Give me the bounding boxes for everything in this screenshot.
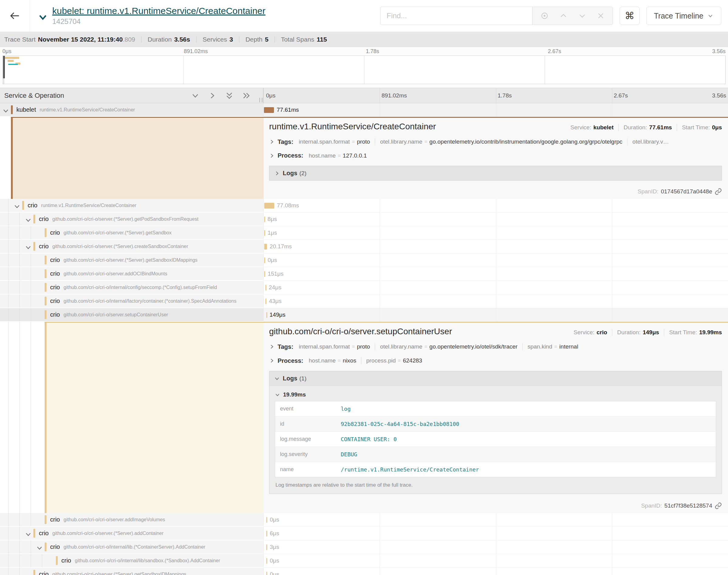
span-row[interactable]: crio github.com/cri-o/cri-o/server.(*Ser… — [0, 527, 728, 540]
span-name-cell[interactable]: crio github.com/cri-o/cri-o/server.(*Ser… — [0, 568, 264, 575]
span-timeline-cell[interactable]: 20.17ms — [264, 240, 728, 253]
process-accordion[interactable]: Process: host.name=nixosprocess.pid=6242… — [269, 357, 722, 364]
timeline-gridline — [496, 295, 496, 308]
column-resizer-grip[interactable] — [259, 98, 262, 102]
span-duration-bar[interactable] — [264, 203, 274, 209]
span-duration-bar[interactable] — [264, 216, 265, 222]
span-timeline-cell[interactable]: 24μs — [264, 281, 728, 295]
span-name-cell[interactable]: crio github.com/cri-o/cri-o/internal/lib… — [0, 554, 264, 568]
link-icon[interactable] — [715, 188, 722, 195]
logs-accordion[interactable]: Logs (1) — [269, 371, 722, 385]
span-timeline-cell[interactable]: 1μs — [264, 226, 728, 240]
indent-guide — [20, 568, 20, 575]
collapse-one-icon[interactable] — [191, 92, 199, 100]
minimap-drag-handle[interactable] — [3, 56, 5, 78]
locate-icon[interactable] — [540, 11, 549, 20]
back-button[interactable] — [0, 0, 30, 32]
find-next-icon[interactable] — [578, 11, 587, 20]
span-row[interactable]: crio github.com/cri-o/cri-o/internal/fac… — [0, 295, 728, 308]
span-labels: crio github.com/cri-o/cri-o/server.addIm… — [0, 513, 263, 526]
span-timeline-cell[interactable]: 43μs — [264, 295, 728, 308]
chevron-down-icon[interactable] — [25, 531, 32, 538]
span-duration-bar[interactable] — [266, 558, 267, 564]
span-row[interactable]: crio github.com/cri-o/cri-o/server.addIm… — [0, 513, 728, 527]
span-name-cell[interactable]: crio github.com/cri-o/cri-o/internal/fac… — [0, 295, 264, 308]
span-timeline-cell[interactable]: 3μs — [264, 540, 728, 554]
trace-minimap[interactable]: 0μs 891.02ms 1.78s 2.67s 3.56s — [0, 47, 728, 88]
span-timeline-cell[interactable]: 6μs — [264, 527, 728, 540]
span-timeline-cell[interactable]: 77.61ms — [264, 103, 728, 117]
chevron-down-icon[interactable] — [14, 203, 20, 210]
trace-title-link[interactable]: kubelet: runtime.v1.RuntimeService/Creat… — [52, 6, 265, 16]
minimap-canvas[interactable] — [2, 56, 726, 84]
trace-view-dropdown[interactable]: Trace Timeline — [646, 7, 721, 25]
expand-one-icon[interactable] — [208, 92, 216, 100]
span-name-cell[interactable]: crio github.com/cri-o/cri-o/server.(*Ser… — [0, 226, 264, 240]
span-name-cell[interactable]: crio github.com/cri-o/cri-o/server.(*Ser… — [0, 240, 264, 253]
span-name-cell[interactable]: kubelet runtime.v1.RuntimeService/Create… — [0, 103, 264, 117]
chevron-down-icon[interactable] — [2, 107, 9, 114]
span-timeline-cell[interactable]: 77.08ms — [264, 199, 728, 212]
timeline-gridline — [379, 226, 380, 240]
span-row[interactable]: crio github.com/cri-o/cri-o/server.(*Ser… — [0, 568, 728, 575]
span-duration-bar[interactable] — [264, 271, 265, 277]
span-duration-bar[interactable] — [266, 572, 267, 575]
tags-list: internal.span.format=protootel.library.n… — [299, 138, 669, 145]
process-accordion[interactable]: Process: host.name=127.0.0.1 — [269, 152, 722, 159]
span-timeline-cell[interactable]: 151μs — [264, 267, 728, 281]
span-row[interactable]: crio github.com/cri-o/cri-o/internal/lib… — [0, 554, 728, 568]
tags-accordion[interactable]: Tags: internal.span.format=protootel.lib… — [269, 343, 722, 350]
span-duration-bar[interactable] — [264, 107, 274, 113]
span-timeline-cell[interactable]: 0μs — [264, 568, 728, 575]
span-duration-bar[interactable] — [266, 544, 267, 550]
span-duration-bar[interactable] — [264, 230, 265, 236]
span-duration-bar[interactable] — [266, 517, 267, 523]
span-timeline-cell[interactable]: 0μs — [264, 253, 728, 267]
logs-accordion[interactable]: Logs (2) — [269, 166, 722, 180]
span-duration-bar[interactable] — [266, 312, 267, 318]
span-timeline-cell[interactable]: 0μs — [264, 513, 728, 527]
chevron-down-icon[interactable] — [25, 244, 32, 251]
log-entry-toggle[interactable]: 19.99ms — [275, 389, 716, 401]
expand-all-icon[interactable] — [242, 92, 250, 100]
link-icon[interactable] — [715, 502, 722, 509]
span-name-cell[interactable]: crio github.com/cri-o/cri-o/server.(*Ser… — [0, 253, 264, 267]
collapse-trace-chevron-icon[interactable] — [38, 12, 48, 23]
span-name-cell[interactable]: crio github.com/cri-o/cri-o/internal/con… — [0, 281, 264, 295]
span-name-cell[interactable]: crio github.com/cri-o/cri-o/server.(*Ser… — [0, 527, 264, 540]
span-name-cell[interactable]: crio github.com/cri-o/cri-o/server.(*Ser… — [0, 212, 264, 226]
span-row[interactable]: crio github.com/cri-o/cri-o/server.(*Ser… — [0, 212, 728, 226]
span-duration-bar[interactable] — [265, 285, 266, 291]
tags-accordion[interactable]: Tags: internal.span.format=protootel.lib… — [269, 138, 722, 145]
span-row[interactable]: crio github.com/cri-o/cri-o/server.addOC… — [0, 267, 728, 281]
chevron-down-icon[interactable] — [36, 545, 43, 551]
span-name-cell[interactable]: crio github.com/cri-o/cri-o/server.addOC… — [0, 267, 264, 281]
span-row[interactable]: crio github.com/cri-o/cri-o/server.(*Ser… — [0, 240, 728, 253]
span-duration-bar[interactable] — [265, 298, 266, 304]
span-name-cell[interactable]: crio github.com/cri-o/cri-o/server.addIm… — [0, 513, 264, 527]
keyboard-shortcuts-button[interactable]: ⌘ — [620, 7, 640, 25]
chevron-down-icon[interactable] — [25, 217, 32, 224]
span-row[interactable]: crio runtime.v1.RuntimeService/CreateCon… — [0, 199, 728, 212]
find-input[interactable] — [380, 7, 532, 25]
span-timeline-cell[interactable]: 8μs — [264, 212, 728, 226]
span-timeline-cell[interactable]: 149μs — [264, 308, 728, 322]
span-duration-bar[interactable] — [266, 531, 267, 536]
span-duration-label: 0μs — [268, 257, 277, 264]
span-name-cell[interactable]: crio github.com/cri-o/cri-o/internal/lib… — [0, 540, 264, 554]
span-row[interactable]: crio github.com/cri-o/cri-o/server.(*Ser… — [0, 253, 728, 267]
span-name-cell[interactable]: crio github.com/cri-o/cri-o/server.setup… — [0, 308, 264, 322]
span-row[interactable]: crio github.com/cri-o/cri-o/internal/lib… — [0, 540, 728, 554]
span-row[interactable]: crio github.com/cri-o/cri-o/internal/con… — [0, 281, 728, 295]
span-row[interactable]: kubelet runtime.v1.RuntimeService/Create… — [0, 103, 728, 117]
find-prev-icon[interactable] — [559, 11, 568, 20]
collapse-all-icon[interactable] — [225, 92, 233, 100]
span-timeline-cell[interactable]: 0μs — [264, 554, 728, 568]
panel-indent-area — [0, 117, 264, 199]
span-name-cell[interactable]: crio runtime.v1.RuntimeService/CreateCon… — [0, 199, 264, 212]
clear-find-icon[interactable] — [597, 12, 605, 20]
span-duration-bar[interactable] — [264, 244, 267, 249]
span-row[interactable]: crio github.com/cri-o/cri-o/server.setup… — [0, 308, 728, 322]
span-duration-bar[interactable] — [264, 258, 265, 263]
span-row[interactable]: crio github.com/cri-o/cri-o/server.(*Ser… — [0, 226, 728, 240]
